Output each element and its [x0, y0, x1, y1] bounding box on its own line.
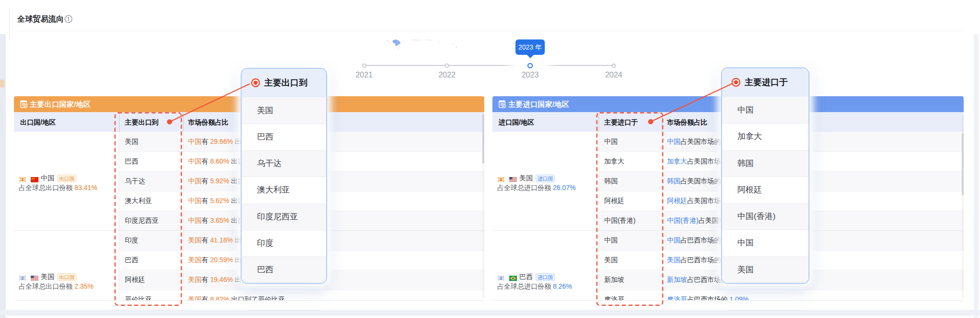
partner-cell[interactable]: 加拿大 — [604, 152, 625, 171]
slider-dot-2023[interactable] — [527, 63, 533, 68]
slider-tooltip: 2023 年 — [515, 39, 545, 55]
share-country[interactable]: 中国(香港) — [667, 216, 698, 224]
share-country[interactable]: 美国 — [188, 295, 202, 301]
share-country[interactable]: 中国 — [188, 157, 202, 165]
share-label: 占全球总出口份额 — [19, 282, 74, 290]
share-text: 占巴西市场的 — [681, 236, 721, 244]
group-country[interactable]: 1美国进口国 — [497, 173, 555, 183]
popup-option-divider — [242, 124, 326, 124]
popup-option[interactable]: 美国 — [722, 256, 808, 283]
column-header-2[interactable]: 主要出口到 — [125, 112, 159, 132]
group-country[interactable]: 2美国出口国 — [19, 272, 76, 282]
country-name[interactable]: 中国 — [41, 174, 54, 183]
popup-option[interactable]: 澳大利亚 — [242, 177, 326, 203]
country-name[interactable]: 美国 — [41, 273, 54, 281]
table-scrollbar-thumb[interactable] — [962, 133, 964, 195]
column-header-1[interactable]: 进口国/地区 — [499, 112, 534, 132]
share-country[interactable]: 中国 — [188, 138, 202, 145]
share-country[interactable]: 中国 — [188, 216, 202, 224]
share-country[interactable]: 美国 — [188, 256, 202, 264]
partner-cell[interactable]: 中国(香港) — [604, 211, 636, 230]
popup-option[interactable]: 美国 — [242, 97, 326, 124]
partner-cell[interactable]: 中国 — [604, 230, 618, 250]
popup-option[interactable]: 乌干达 — [242, 150, 326, 177]
country-name[interactable]: 巴西 — [519, 273, 533, 281]
partner-cell[interactable]: 澳大利亚 — [125, 191, 152, 211]
partner-cell[interactable]: 乌干达 — [125, 171, 145, 191]
page-title: 全球贸易流向 — [17, 14, 64, 25]
partner-cell[interactable]: 中国 — [604, 132, 618, 152]
share-country[interactable]: 美国 — [188, 276, 202, 283]
slider-track[interactable] — [364, 65, 614, 66]
popup-option-divider — [242, 150, 326, 151]
map-fragment — [381, 37, 463, 53]
group-country[interactable]: 1中国出口国 — [19, 173, 76, 183]
column-header-3[interactable]: 市场份额占比 — [667, 112, 708, 132]
market-share-cell: 阿根廷占美国市场的 — [667, 191, 728, 211]
country-name[interactable]: 美国 — [519, 174, 533, 183]
partner-cell[interactable]: 韩国 — [604, 171, 618, 191]
share-country[interactable]: 中国 — [188, 197, 202, 204]
share-country[interactable]: 加拿大 — [667, 157, 687, 165]
table-scrollbar-thumb[interactable] — [482, 114, 484, 164]
column-separator — [119, 132, 120, 300]
popup-option[interactable]: 阿根廷 — [722, 177, 808, 203]
share-pct: 5.92% — [210, 177, 229, 185]
popup-option-divider — [242, 177, 326, 177]
popup-title: 主要出口到 — [264, 69, 307, 97]
partner-cell[interactable]: 印度 — [125, 230, 138, 250]
share-pct: 41.18% — [210, 236, 233, 244]
share-country[interactable]: 摩洛哥 — [667, 295, 687, 301]
partner-cell[interactable]: 阿根廷 — [604, 191, 625, 211]
svg-text:1: 1 — [22, 177, 24, 182]
popup-option[interactable]: 中国(香港) — [722, 203, 808, 229]
popup-option[interactable]: 加拿大 — [722, 123, 808, 150]
partner-cell[interactable]: 印度尼西亚 — [125, 211, 159, 230]
share-country[interactable]: 中国 — [667, 138, 681, 145]
share-country[interactable]: 中国 — [188, 177, 202, 185]
column-header-1[interactable]: 出口国/地区 — [20, 112, 56, 132]
share-pct: 29.66% — [210, 138, 233, 145]
popup-option-divider — [722, 256, 808, 257]
column-header-2[interactable]: 主要进口于 — [604, 112, 638, 132]
next-section-card-top — [6, 315, 971, 318]
popup-option[interactable]: 印度 — [242, 230, 326, 256]
brazil-flag — [509, 274, 517, 280]
slider-dot-2024[interactable] — [612, 64, 616, 68]
left-divider-line — [9, 8, 10, 40]
partner-cell[interactable]: 美国 — [604, 250, 618, 270]
partner-cell[interactable]: 美国 — [125, 132, 138, 152]
popup-option[interactable]: 印度尼西亚 — [242, 204, 326, 230]
column-header-3[interactable]: 市场份额占比 — [188, 112, 229, 132]
share-text: 有 — [202, 197, 210, 204]
share-country[interactable]: 美国 — [667, 256, 681, 264]
country-role-tag: 进口国 — [536, 273, 555, 281]
popup-option[interactable]: 中国 — [722, 97, 808, 123]
slider-dot-2022[interactable] — [445, 64, 449, 68]
share-country[interactable]: 新加坡 — [667, 276, 687, 283]
group-country[interactable]: 2巴西进口国 — [497, 272, 555, 282]
slider-year-label[interactable]: 2024 — [605, 71, 623, 79]
share-country[interactable]: 韩国 — [667, 177, 681, 185]
slider-dot-2021[interactable] — [362, 64, 367, 68]
popup-option[interactable]: 巴西 — [242, 124, 326, 150]
partner-cell[interactable]: 巴西 — [125, 250, 138, 270]
partner-cell[interactable]: 摩洛哥 — [604, 290, 625, 301]
partner-cell[interactable]: 新加坡 — [604, 270, 625, 290]
info-circle-icon[interactable] — [64, 15, 73, 23]
popup-option-label: 加拿大 — [737, 123, 762, 150]
svg-text:2: 2 — [500, 276, 502, 280]
partner-cell[interactable]: 阿根廷 — [125, 270, 145, 290]
slider-year-label[interactable]: 2023 — [522, 71, 539, 79]
partner-cell[interactable]: 巴西 — [125, 152, 138, 171]
share-country[interactable]: 美国 — [188, 236, 202, 244]
slider-year-label[interactable]: 2022 — [439, 71, 456, 79]
popup-option[interactable]: 巴西 — [242, 256, 326, 283]
share-country[interactable]: 阿根廷 — [667, 197, 687, 204]
popup-option[interactable]: 中国 — [722, 229, 808, 256]
slider-year-label[interactable]: 2021 — [355, 71, 373, 79]
partner-cell[interactable]: 哥伦比亚 — [125, 290, 152, 301]
share-country[interactable]: 中国 — [667, 236, 681, 244]
popup-option-divider — [242, 230, 326, 230]
popup-option[interactable]: 韩国 — [722, 150, 808, 177]
